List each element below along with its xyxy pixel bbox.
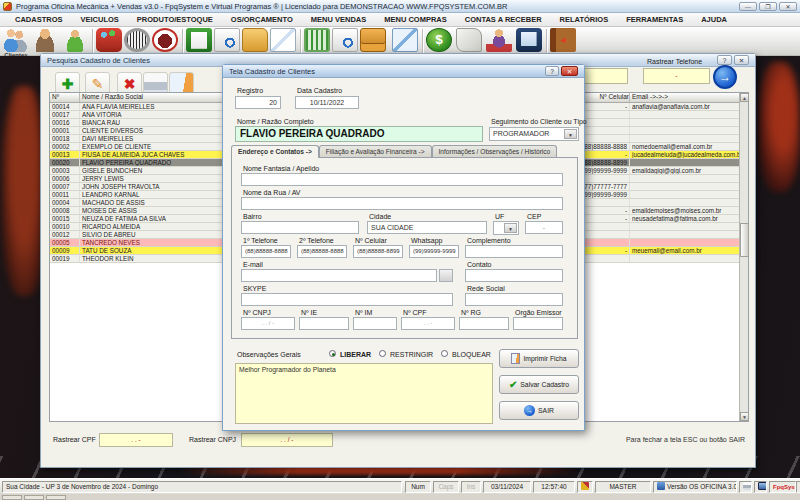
cpf-input[interactable]: . . - bbox=[401, 317, 455, 330]
menu-item-ajuda[interactable]: AJUDA bbox=[692, 15, 736, 24]
employee-icon[interactable] bbox=[62, 28, 88, 52]
radio-bloquear-label: BLOQUEAR bbox=[452, 351, 491, 358]
imprimir-ficha-button[interactable]: Imprimir Ficha bbox=[499, 349, 579, 368]
menu-item-ferramentas[interactable]: FERRAMENTAS bbox=[617, 15, 692, 24]
uf-label: UF bbox=[495, 213, 504, 220]
rua-input[interactable] bbox=[241, 197, 563, 210]
sair-button[interactable]: → SAIR bbox=[499, 401, 579, 420]
seguimento-select[interactable]: PROGRAMADOR bbox=[489, 127, 579, 141]
email-label: E-mail bbox=[243, 261, 263, 268]
print-doc-icon bbox=[511, 353, 520, 364]
rastrear-cnpj-label: Rastrear CNPJ bbox=[189, 436, 236, 443]
status-user: MASTER bbox=[595, 481, 651, 493]
radio-liberar[interactable] bbox=[329, 350, 336, 357]
col-header-num[interactable]: Nº bbox=[50, 93, 80, 102]
purchase-mail-icon[interactable] bbox=[392, 28, 418, 52]
menu-item-os-or-amento[interactable]: OS/ORÇAMENTO bbox=[222, 15, 302, 24]
im-input[interactable] bbox=[353, 317, 397, 330]
clients-icon[interactable] bbox=[2, 28, 28, 52]
restore-button[interactable]: ❐ bbox=[759, 2, 777, 11]
status-ins: Ins bbox=[461, 481, 481, 493]
search-os-icon[interactable] bbox=[214, 28, 240, 52]
table-scrollbar[interactable]: ▲ ▼ bbox=[739, 93, 748, 421]
background-photo-detail bbox=[758, 62, 800, 192]
rg-input[interactable] bbox=[459, 317, 509, 330]
registro-input[interactable]: 20 bbox=[235, 96, 281, 109]
email-lookup-button[interactable] bbox=[439, 269, 453, 282]
close-hint: Para fechar a tela ESC ou botão SAIR bbox=[561, 436, 745, 443]
nome-fantasia-input[interactable] bbox=[241, 173, 563, 186]
menu-item-menu-compras[interactable]: MENU COMPRAS bbox=[375, 15, 456, 24]
whatsapp-input[interactable]: (99)99999-9999 bbox=[409, 245, 459, 258]
rastrear-cpf-label: Rastrear CPF bbox=[53, 436, 96, 443]
statusbar: Sua Cidade - UP 3 de Novembro de 2024 - … bbox=[0, 478, 800, 494]
seguimento-label: Seguimento do Cliente ou Tipo bbox=[491, 118, 587, 125]
contato-input[interactable] bbox=[465, 269, 563, 282]
search-help-button[interactable]: ? bbox=[717, 55, 732, 65]
work-order-icon[interactable] bbox=[186, 28, 212, 52]
complemento-input[interactable] bbox=[465, 245, 563, 258]
menu-item-contas-a-receber[interactable]: CONTAS A RECEBER bbox=[456, 15, 551, 24]
purchases-icon[interactable] bbox=[360, 28, 386, 52]
vehicles-icon[interactable] bbox=[152, 28, 178, 52]
search-go-button[interactable]: → bbox=[713, 65, 737, 89]
status-printer-segment bbox=[739, 481, 752, 493]
skype-input[interactable] bbox=[241, 293, 453, 306]
menu-item-produto-estoque[interactable]: PRODUTO/ESTOQUE bbox=[128, 15, 222, 24]
tab-endereco[interactable]: Endereço e Contatos -> bbox=[231, 145, 319, 158]
menu-item-veiculos[interactable]: VEICULOS bbox=[72, 15, 128, 24]
ie-input[interactable] bbox=[299, 317, 349, 330]
receipts-icon[interactable] bbox=[456, 28, 482, 52]
os-archive-icon[interactable] bbox=[242, 28, 268, 52]
sales-icon[interactable] bbox=[304, 28, 330, 52]
cep-input[interactable]: - bbox=[525, 221, 563, 234]
app-icon bbox=[3, 2, 12, 11]
supplier-icon[interactable] bbox=[32, 28, 58, 52]
observacoes-textarea[interactable]: Melhor Programador do Planeta bbox=[235, 363, 493, 424]
dialog-close-button[interactable]: ✕ bbox=[561, 66, 578, 76]
check-icon: ✔ bbox=[509, 379, 517, 390]
scroll-thumb[interactable] bbox=[740, 223, 749, 257]
os-mail-icon[interactable] bbox=[270, 28, 296, 52]
finance-icon[interactable] bbox=[426, 28, 452, 52]
tel2-input[interactable]: (88)88888-8888 bbox=[297, 245, 347, 258]
barcode-icon[interactable] bbox=[124, 28, 150, 52]
rede-social-input[interactable] bbox=[465, 293, 563, 306]
dialog-help-button[interactable]: ? bbox=[545, 66, 559, 76]
orgao-emissor-input[interactable] bbox=[513, 317, 563, 330]
celular-label: Nº Celular bbox=[355, 237, 387, 244]
menu-item-relat-rios[interactable]: RELATÓRIOS bbox=[551, 15, 618, 24]
tel1-input[interactable]: (88)88888-8888 bbox=[241, 245, 291, 258]
cnpj-input[interactable]: . . / - bbox=[241, 317, 295, 330]
menu-item-cadastros[interactable]: CADASTROS bbox=[6, 15, 72, 24]
menu-item-menu-vendas[interactable]: MENU VENDAS bbox=[302, 15, 375, 24]
agenda-icon[interactable] bbox=[516, 28, 542, 52]
bairro-input[interactable] bbox=[241, 221, 359, 234]
exit-icon[interactable] bbox=[550, 28, 576, 52]
search-close-button[interactable]: ✕ bbox=[734, 55, 749, 65]
radio-bloquear[interactable] bbox=[441, 350, 448, 357]
cidade-input[interactable]: SUA CIDADE bbox=[367, 221, 487, 234]
scroll-up-arrow[interactable]: ▲ bbox=[740, 93, 749, 102]
uf-select[interactable] bbox=[493, 221, 519, 235]
scroll-down-arrow[interactable]: ▼ bbox=[740, 412, 749, 421]
rastrear-telefone-input[interactable]: - bbox=[643, 68, 710, 84]
menubar: CADASTROSVEICULOSPRODUTO/ESTOQUEOS/ORÇAM… bbox=[0, 13, 800, 27]
email-input[interactable] bbox=[241, 269, 437, 282]
rastrear-cnpj-input[interactable]: . . / - bbox=[241, 433, 333, 447]
nome-input[interactable]: FLAVIO PEREIRA QUADRADO bbox=[235, 126, 483, 142]
dialog-title: Tela Cadastro de Clientes bbox=[229, 67, 545, 76]
close-button[interactable]: ✕ bbox=[779, 2, 797, 11]
data-cadastro-input[interactable]: 10/11/2022 bbox=[295, 96, 359, 109]
radio-restringir[interactable] bbox=[379, 350, 386, 357]
col-header-email[interactable]: Email ->->-> bbox=[630, 93, 741, 102]
tel1-label: 1º Telefone bbox=[243, 237, 278, 244]
salvar-cadastro-button[interactable]: ✔ Salvar Cadastro bbox=[499, 375, 579, 394]
products-icon[interactable] bbox=[96, 28, 122, 52]
search-sales-icon[interactable] bbox=[332, 28, 358, 52]
minimize-button[interactable]: — bbox=[739, 2, 757, 11]
arrow-icon: → bbox=[524, 405, 535, 416]
attendance-icon[interactable] bbox=[486, 28, 512, 52]
rastrear-cpf-input[interactable]: . . - bbox=[99, 433, 173, 447]
celular-input[interactable]: (88)88888-8899 bbox=[353, 245, 403, 258]
